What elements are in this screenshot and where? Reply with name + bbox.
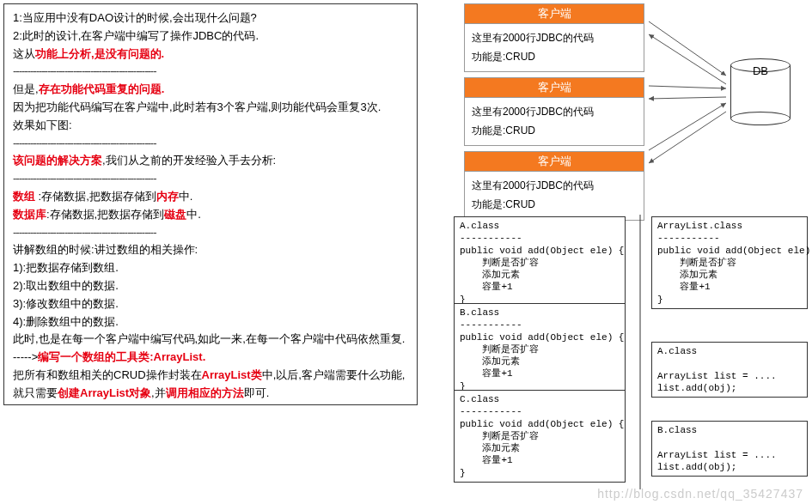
l17-d: 创建ArrayList对象 — [58, 386, 151, 399]
client-line1: 这里有2000行JDBC的代码 — [472, 29, 637, 48]
line-8-d: 中. — [179, 190, 193, 203]
svg-line-1 — [649, 34, 726, 84]
code-box-c: C.class ----------- public void add(Obje… — [454, 390, 626, 483]
line-7-em: 该问题的解决方案 — [13, 154, 102, 167]
divider-4: ----------------------------------------… — [13, 224, 408, 242]
code-box-arraylist: ArrayList.class ----------- public void … — [651, 216, 808, 309]
line-2: 2:此时的设计,在客户端中编写了操作JDBC的代码. — [13, 27, 408, 46]
l17-a: 把所有和数组相关的CRUD操作封装在 — [13, 368, 202, 381]
client-body: 这里有2000行JDBC的代码 功能是:CRUD — [465, 24, 644, 71]
svg-line-5 — [649, 112, 726, 163]
client-header: 客户端 — [465, 4, 644, 24]
line-10: 讲解数组的时候:讲过数组的相关操作: — [13, 241, 408, 259]
line-15: 此时,也是在每一个客户端中编写代码,如此一来,在每一个客户端中代码依然重复. — [13, 331, 408, 349]
code-box-a2: A.class ArrayList list = .... list.add(o… — [651, 342, 808, 398]
l17-f: 调用相应的方法 — [166, 386, 244, 399]
line-1: 1:当应用中没有DAO设计的时候,会出现什么问题? — [13, 9, 408, 27]
client-box-3: 客户端 这里有2000行JDBC的代码 功能是:CRUD — [464, 151, 644, 220]
line-4-pre: 但是, — [13, 82, 39, 95]
line-14: 4):删除数组中的数据. — [13, 313, 408, 331]
line-8-a: 数组 — [13, 190, 35, 203]
client-box-2: 客户端 这里有2000行JDBC的代码 功能是:CRUD — [464, 77, 644, 146]
line-3-pre: 这从 — [13, 47, 35, 60]
explanation-panel: 1:当应用中没有DAO设计的时候,会出现什么问题? 2:此时的设计,在客户端中编… — [3, 3, 418, 405]
line-3: 这从功能上分析,是没有问题的. — [13, 46, 408, 64]
l17-e: ,并 — [151, 386, 166, 399]
line-6: 效果如下图: — [13, 117, 408, 135]
line-17: 把所有和数组相关的CRUD操作封装在ArrayList类中,以后,客户端需要什么… — [13, 367, 408, 403]
client-line1: 这里有2000行JDBC的代码 — [472, 177, 637, 196]
line-9-a: 数据库 — [13, 208, 46, 221]
divider-2: ----------------------------------------… — [13, 135, 408, 153]
svg-line-3 — [649, 97, 726, 99]
client-line1: 这里有2000行JDBC的代码 — [472, 103, 637, 122]
code-box-b: B.class ----------- public void add(Obje… — [454, 303, 626, 396]
line-9: 数据库:存储数据,把数据存储到磁盘中. — [13, 206, 408, 224]
client-db-arrows — [644, 0, 739, 197]
watermark: http://blog.csdn.net/qq_35427437 — [597, 487, 803, 501]
client-line2: 功能是:CRUD — [472, 196, 637, 215]
line-9-c: 磁盘 — [164, 208, 186, 221]
line-16: ----->编写一个数组的工具类:ArrayList. — [13, 349, 408, 367]
line-9-d: 中. — [186, 208, 201, 221]
client-line2: 功能是:CRUD — [472, 48, 637, 67]
line-3-em: 功能上分析,是没有问题的. — [35, 47, 164, 60]
divider-3: ----------------------------------------… — [13, 170, 408, 188]
line-8-c: 内存 — [156, 190, 179, 203]
line-9-b: :存储数据,把数据存储到 — [46, 208, 164, 221]
line-8: 数组 :存储数据,把数据存储到内存中. — [13, 188, 408, 206]
code-box-b2: B.class ArrayList list = .... list.add(o… — [651, 421, 808, 477]
line-11: 1):把数据存储到数组. — [13, 259, 408, 277]
client-body: 这里有2000行JDBC的代码 功能是:CRUD — [465, 172, 644, 219]
code-box-a: A.class ----------- public void add(Obje… — [454, 216, 626, 309]
svg-line-0 — [649, 21, 726, 76]
divider-1: ----------------------------------------… — [13, 63, 408, 81]
line-4-em: 存在功能代码重复的问题. — [39, 82, 165, 95]
client-box-1: 客户端 这里有2000行JDBC的代码 功能是:CRUD — [464, 3, 644, 72]
client-body: 这里有2000行JDBC的代码 功能是:CRUD — [465, 98, 644, 145]
client-header: 客户端 — [465, 152, 644, 172]
client-header: 客户端 — [465, 78, 644, 98]
line-13: 3):修改数组中的数据. — [13, 295, 408, 313]
svg-line-4 — [649, 103, 726, 150]
l17-b: ArrayList类 — [202, 368, 262, 381]
line-12: 2):取出数组中的数据. — [13, 277, 408, 295]
client-line2: 功能是:CRUD — [472, 122, 637, 141]
line-7: 该问题的解决方案,我们从之前的开发经验入手去分析: — [13, 152, 408, 170]
database-label: DB — [739, 64, 782, 77]
line-16-em: 编写一个数组的工具类:ArrayList. — [38, 350, 205, 363]
client-stack: 客户端 这里有2000行JDBC的代码 功能是:CRUD 客户端 这里有2000… — [464, 3, 644, 226]
line-4: 但是,存在功能代码重复的问题. — [13, 81, 408, 99]
line-7-post: ,我们从之前的开发经验入手去分析: — [102, 154, 276, 167]
l17-g: 即可. — [244, 386, 270, 399]
line-5: 因为把功能代码编写在客户端中,此时若有3个客户端,则功能代码会重复3次. — [13, 99, 408, 117]
line-16-arrow: -----> — [13, 350, 38, 363]
line-8-b: :存储数据,把数据存储到 — [35, 190, 156, 203]
svg-line-2 — [649, 86, 726, 88]
vertical-divider — [636, 215, 644, 489]
